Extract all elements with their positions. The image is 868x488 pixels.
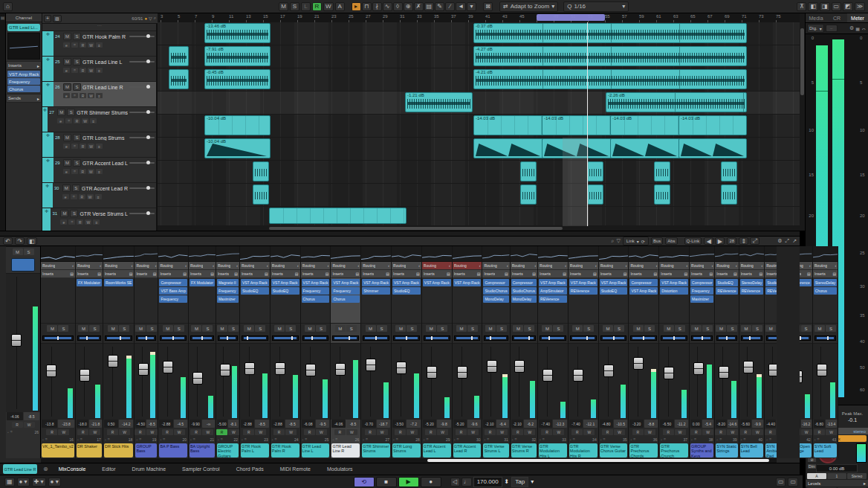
eq-curve-thumbnail[interactable] (599, 246, 629, 262)
eq-curve-thumbnail[interactable] (538, 246, 568, 262)
strip-r-button[interactable]: R (690, 429, 702, 435)
audio-event[interactable]: -0.37 dB (473, 23, 747, 43)
channel-name-label[interactable]: GTR Lead Line L (302, 443, 330, 458)
eq-curve-thumbnail[interactable] (41, 246, 75, 262)
insert-slot[interactable]: Compressor (690, 279, 713, 286)
track-sub-icon-W[interactable]: W (88, 144, 94, 149)
right-zone-tab-cr[interactable]: CR (826, 13, 847, 22)
speaker-icon[interactable]: ⌾ (193, 437, 195, 442)
state-button-s[interactable]: S (290, 2, 299, 11)
search-icon[interactable]: ⌕ (612, 238, 615, 244)
inserts-rack-header[interactable]: Inserts▤ (216, 270, 239, 278)
fader-cap[interactable] (427, 366, 437, 379)
channel-name-label[interactable]: GTR Verse Strums L (483, 443, 508, 458)
track-brush-icon[interactable]: ▨ (53, 15, 62, 22)
strip-r-button[interactable]: R (632, 429, 644, 435)
monitor-icon[interactable]: ◦ (363, 437, 364, 442)
mixer-zoom-icon-0[interactable]: ⇕ (739, 237, 748, 245)
audio-event[interactable]: -14.03 dB (610, 115, 680, 135)
strip-w-button[interactable]: W (702, 429, 713, 435)
fader-cap[interactable] (487, 360, 497, 373)
channel-strip[interactable]: Routing‹Inserts▤VST Amp RackDistortionMS… (659, 246, 690, 458)
collapse-icon[interactable]: ‹ (686, 263, 687, 268)
leftstrip-r-button[interactable]: R (12, 422, 23, 428)
monitor-icon[interactable]: ◦ (570, 437, 571, 442)
speaker-icon[interactable]: ⌾ (515, 437, 517, 442)
menu-icon[interactable]: ▤ (234, 272, 238, 276)
snap-type-icon[interactable]: ● ▾ (17, 478, 30, 487)
insert-slot[interactable]: Frequency (331, 287, 360, 295)
track-s-button[interactable]: S (73, 159, 81, 167)
monitor-icon[interactable]: ◦ (540, 437, 541, 442)
strip-r-button[interactable]: R (425, 429, 436, 435)
channel-name-label[interactable]: VK_1_Tambo_v2 (42, 443, 74, 458)
strip-r-button[interactable]: R (135, 429, 146, 435)
channel-name-label[interactable]: GTR Accent Lead L (423, 443, 451, 458)
inspector-inserts-header[interactable]: Inserts ▸ (6, 61, 42, 70)
hub-home-button[interactable]: ⌂ (3, 2, 13, 11)
collapse-icon[interactable]: ‹ (565, 263, 566, 268)
fader-value[interactable]: -3.20 (629, 420, 643, 428)
collapse-icon[interactable]: ‹ (626, 263, 627, 268)
track-sub-icon-e[interactable]: e (62, 194, 69, 199)
play-tool[interactable]: ◄ (456, 2, 466, 11)
pan-control[interactable] (741, 336, 763, 341)
audio-event[interactable]: -14.03 dB (678, 115, 747, 135)
track-volume-slider[interactable] (129, 213, 155, 214)
audio-event[interactable]: -10.04 dB (204, 138, 271, 158)
track-s-button[interactable]: S (73, 58, 81, 65)
channel-name-label[interactable]: GTR Prechorus Chords (629, 443, 658, 458)
strip-s-button[interactable]: S (58, 325, 68, 332)
collapse-icon[interactable]: ‹ (736, 263, 737, 268)
channel-strip[interactable]: Routing‹Inserts▤CompressorVST Amp RackMS… (629, 246, 659, 458)
insert-slot[interactable]: REVerence (569, 287, 597, 295)
eq-curve-thumbnail[interactable] (392, 246, 421, 262)
speaker-icon[interactable]: ⌾ (163, 437, 165, 442)
strip-r-button[interactable]: R (395, 429, 406, 435)
insert-slot[interactable]: VST Amp Rack (392, 279, 421, 286)
track-s-button[interactable]: S (72, 184, 80, 192)
speaker-icon[interactable]: ⌾ (139, 437, 141, 442)
audio-event[interactable]: -13.46 dB (204, 23, 271, 43)
collapse-icon[interactable]: ‹ (236, 263, 238, 268)
record-mode-icon[interactable]: ● ▾ (48, 478, 61, 487)
eq-curve-thumbnail[interactable] (739, 246, 765, 262)
menu-icon[interactable]: ▤ (563, 272, 566, 276)
strip-m-button[interactable]: M (814, 325, 825, 332)
line-tool[interactable]: ∕ (445, 2, 455, 11)
inspector-channel-pill[interactable]: GTR Lead Li... (7, 24, 40, 31)
speaker-icon[interactable]: ⌾ (10, 429, 13, 434)
insert-slot[interactable]: MonoDelay (483, 295, 508, 303)
track-sub-icon-≡[interactable]: ≡ (96, 169, 103, 174)
monitor-icon[interactable]: ◦ (332, 437, 334, 442)
track-sub-icon-⌾[interactable]: ⌾ (71, 144, 78, 149)
track-name[interactable]: GTR Accent Lead L (82, 161, 128, 166)
draw-tool[interactable]: ✎ (435, 2, 444, 11)
track-m-button[interactable]: M (63, 159, 71, 167)
inserts-rack-header[interactable]: Inserts▤ (659, 270, 689, 278)
monitor-icon[interactable]: ◦ (302, 437, 304, 442)
channel-name-label[interactable]: GTR Long Strums (392, 443, 421, 458)
track-sub-icon-W[interactable]: W (88, 68, 94, 73)
track-sub-icon-≡[interactable]: ≡ (96, 93, 103, 98)
audio-event[interactable] (520, 184, 537, 205)
track-sub-icon-e[interactable]: e (57, 118, 64, 123)
track-s-button[interactable]: S (73, 33, 81, 40)
inserts-rack-header[interactable]: Inserts▤ (361, 270, 391, 278)
fader-cap[interactable] (335, 363, 346, 376)
fader-cap[interactable] (743, 361, 754, 373)
inserts-rack-header[interactable]: Inserts▤ (41, 270, 75, 278)
fader-value[interactable]: -7.40 (569, 420, 583, 428)
eq-curve-thumbnail[interactable] (189, 246, 216, 262)
track-sub-icon-e[interactable]: e (63, 68, 70, 73)
fader-cap[interactable] (457, 366, 467, 379)
channel-strip[interactable]: Routing‹Inserts▤MS-4.50-8.5RW◦⌾19GROUP B… (135, 246, 158, 458)
channel-strip[interactable]: Routing‹Inserts▤VST Amp RackAmpSimulator… (538, 246, 569, 458)
insert-slot[interactable]: Compressor (629, 279, 658, 286)
strip-s-button[interactable]: S (285, 325, 296, 332)
collapse-icon[interactable]: ‹ (100, 263, 101, 268)
fader-value[interactable]: -2.88 (241, 420, 254, 428)
menu-icon[interactable]: ▸ (37, 63, 39, 68)
fader-cap[interactable] (573, 369, 583, 382)
insert-slot[interactable]: VST Amp Rack (539, 279, 567, 286)
